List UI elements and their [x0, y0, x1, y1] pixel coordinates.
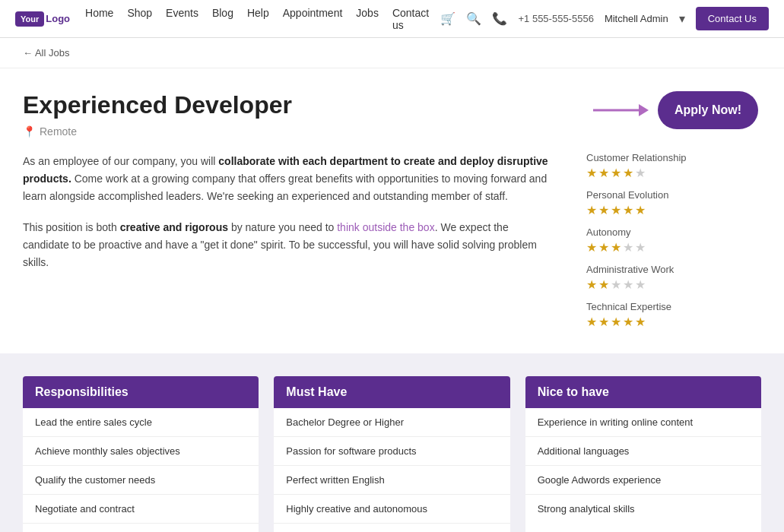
svg-marker-1: [639, 104, 649, 116]
location-pin-icon: 📍: [23, 125, 36, 138]
nav-menu: HomeShopEventsBlogHelpAppointmentJobsCon…: [85, 7, 440, 31]
list-item: Valid work permit for Belgium: [274, 524, 509, 532]
list-item: Master demos of our software: [23, 524, 259, 532]
phone-icon: 📞: [492, 11, 507, 26]
rating-stars: ★★★★★: [586, 315, 761, 329]
star-full-icon: ★: [611, 203, 621, 217]
star-empty-icon: ★: [635, 240, 646, 255]
star-full-icon: ★: [586, 203, 597, 217]
rating-stars: ★★★★★: [586, 240, 761, 255]
nav-item-blog[interactable]: Blog: [212, 7, 233, 19]
star-full-icon: ★: [635, 203, 646, 217]
rating-stars: ★★★★★: [586, 166, 761, 180]
logo-box: Your: [15, 11, 44, 27]
nav-item-jobs[interactable]: Jobs: [356, 7, 379, 19]
star-full-icon: ★: [586, 315, 597, 329]
rating-item: Personal Evolution★★★★★: [586, 189, 761, 217]
list-item: Strong analytical skills: [525, 495, 761, 523]
star-full-icon: ★: [623, 166, 633, 180]
bottom-section: Responsibilities Lead the entire sales c…: [0, 353, 784, 532]
job-details: Experienced Developer 📍 Remote As an emp…: [23, 91, 556, 338]
rating-label: Technical Expertise: [586, 301, 761, 312]
must-have-body: Bachelor Degree or HigherPassion for sof…: [274, 408, 509, 532]
cart-icon[interactable]: 🛒: [440, 11, 455, 26]
nav-item-contact-us[interactable]: Contact us: [392, 7, 429, 31]
contact-us-button[interactable]: Contact Us: [696, 7, 769, 30]
rating-item: Technical Expertise★★★★★: [586, 301, 761, 329]
nav-item-events[interactable]: Events: [166, 7, 198, 19]
apply-now-button[interactable]: Apply Now!: [658, 91, 758, 129]
job-sidebar: Apply Now! Customer Relationship★★★★★Per…: [586, 91, 761, 338]
list-item: Lead the entire sales cycle: [23, 408, 259, 437]
user-menu[interactable]: Mitchell Admin: [605, 13, 668, 24]
star-full-icon: ★: [598, 315, 609, 329]
responsibilities-body: Lead the entire sales cycleAchieve month…: [23, 408, 259, 532]
job-title: Experienced Developer: [23, 91, 556, 119]
nav-item-shop[interactable]: Shop: [127, 7, 152, 19]
back-to-jobs-link[interactable]: ← All Jobs: [23, 47, 69, 59]
list-item: Achieve monthly sales objectives: [23, 437, 259, 466]
star-empty-icon: ★: [611, 277, 621, 292]
star-full-icon: ★: [623, 315, 633, 329]
rating-item: Administrative Work★★★★★: [586, 264, 761, 292]
star-full-icon: ★: [635, 315, 646, 329]
star-full-icon: ★: [586, 240, 597, 255]
list-item: Highly creative and autonomous: [274, 495, 509, 524]
star-full-icon: ★: [598, 277, 609, 292]
star-full-icon: ★: [598, 203, 609, 217]
job-description-1: As an employee of our company, you will …: [23, 153, 556, 205]
navbar: Your Logo HomeShopEventsBlogHelpAppointm…: [0, 0, 784, 38]
nav-item-home[interactable]: Home: [85, 7, 113, 19]
star-empty-icon: ★: [635, 166, 646, 180]
star-full-icon: ★: [586, 166, 597, 180]
navbar-right: 🛒 🔍 📞 +1 555-555-5556 Mitchell Admin ▾ C…: [440, 7, 769, 30]
nav-item-appointment[interactable]: Appointment: [283, 7, 343, 19]
search-icon[interactable]: 🔍: [466, 11, 481, 26]
rating-stars: ★★★★★: [586, 203, 761, 217]
job-location: 📍 Remote: [23, 125, 556, 138]
rating-label: Customer Relationship: [586, 152, 761, 163]
list-item: Bachelor Degree or Higher: [274, 408, 509, 437]
star-full-icon: ★: [611, 240, 621, 255]
main-content: Experienced Developer 📍 Remote As an emp…: [0, 68, 784, 353]
list-item: Additional languages: [525, 437, 761, 466]
arrow-graphic: [589, 95, 650, 125]
list-item: Negotiate and contract: [23, 495, 259, 524]
nav-item-help[interactable]: Help: [247, 7, 269, 19]
responsibilities-header: Responsibilities: [23, 376, 259, 408]
star-full-icon: ★: [598, 240, 609, 255]
nice-to-have-header: Nice to have: [525, 376, 761, 408]
list-item: Passion for software products: [274, 437, 509, 466]
breadcrumb: ← All Jobs: [0, 38, 784, 68]
ratings-section: Customer Relationship★★★★★Personal Evolu…: [586, 152, 761, 338]
responsibilities-card: Responsibilities Lead the entire sales c…: [23, 376, 259, 532]
rating-label: Personal Evolution: [586, 189, 761, 201]
nice-to-have-card: Nice to have Experience in writing onlin…: [525, 376, 761, 532]
job-description-2: This position is both creative and rigor…: [23, 219, 556, 271]
job-location-text: Remote: [40, 125, 77, 138]
user-dropdown-icon[interactable]: ▾: [679, 11, 685, 26]
nice-to-have-body: Experience in writing online contentAddi…: [525, 408, 761, 523]
list-item: Qualify the customer needs: [23, 466, 259, 495]
star-empty-icon: ★: [635, 277, 646, 292]
list-item: Experience in writing online content: [525, 408, 761, 437]
star-empty-icon: ★: [623, 240, 633, 255]
logo[interactable]: Your Logo: [15, 11, 70, 27]
must-have-header: Must Have: [274, 376, 509, 408]
list-item: Google Adwords experience: [525, 466, 761, 495]
rating-item: Customer Relationship★★★★★: [586, 152, 761, 180]
star-full-icon: ★: [586, 277, 597, 292]
apply-row: Apply Now!: [589, 91, 758, 129]
star-empty-icon: ★: [623, 277, 633, 292]
phone-number: +1 555-555-5556: [518, 13, 593, 24]
star-full-icon: ★: [623, 203, 633, 217]
rating-label: Administrative Work: [586, 264, 761, 275]
list-item: Perfect written English: [274, 466, 509, 495]
star-full-icon: ★: [598, 166, 609, 180]
rating-label: Autonomy: [586, 226, 761, 238]
star-full-icon: ★: [611, 166, 621, 180]
star-full-icon: ★: [611, 315, 621, 329]
must-have-card: Must Have Bachelor Degree or HigherPassi…: [274, 376, 509, 532]
rating-item: Autonomy★★★★★: [586, 226, 761, 255]
logo-text: Logo: [46, 13, 70, 24]
